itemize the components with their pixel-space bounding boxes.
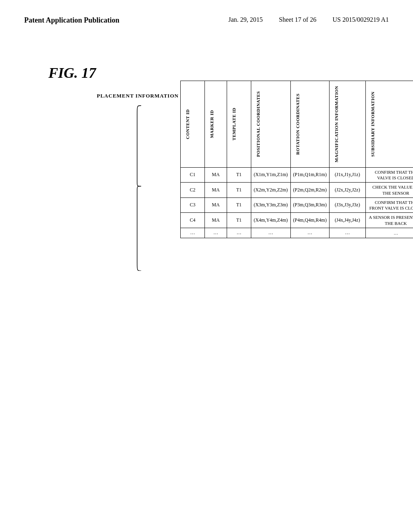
cell-rotation: (P2m,Q2m,R2m) xyxy=(290,183,329,198)
cell-subsidiary: CONFIRM THAT THE FRONT VALVE IS CLOSED xyxy=(365,197,413,213)
placement-info-table: CONTENT ID MARKER ID TEMPLATE ID POSITIO… xyxy=(180,81,413,238)
cell-subsidiary: CHECK THE VALUE OF THE SENSOR xyxy=(365,183,413,198)
cell-marker-id: MA xyxy=(204,213,227,228)
cell-magnification: (J4x,J4y,J4z) xyxy=(329,213,365,228)
table-row: C1MAT1(X1m,Y1m,Z1m)(P1m,Q1m,R1m)(J1x,J1y… xyxy=(180,167,413,183)
table-row: C4MAT1(X4m,Y4m,Z4m)(P4m,Q4m,R4m)(J4x,J4y… xyxy=(180,213,413,228)
cell-subsidiary: A SENSOR IS PRESENT ON THE BACK xyxy=(365,213,413,228)
cell-marker-id: … xyxy=(204,228,227,238)
cell-template-id: T1 xyxy=(227,183,251,198)
cell-rotation: (P1m,Q1m,R1m) xyxy=(290,167,329,183)
cell-template-id: T1 xyxy=(227,167,251,183)
cell-content-id: C3 xyxy=(180,197,204,213)
cell-positional: (X1m,Y1m,Z1m) xyxy=(251,167,290,183)
table-row: C3MAT1(X3m,Y3m,Z3m)(P3m,Q3m,R3m)(J3x,J3y… xyxy=(180,197,413,213)
cell-magnification: (J3x,J3y,J3z) xyxy=(329,197,365,213)
cell-positional: (X4m,Y4m,Z4m) xyxy=(251,213,290,228)
col-header-marker-id: MARKER ID xyxy=(204,81,227,168)
page-header: Patent Application Publication Jan. 29, … xyxy=(0,0,413,33)
cell-rotation: (P4m,Q4m,R4m) xyxy=(290,213,329,228)
cell-marker-id: MA xyxy=(204,183,227,198)
data-table-wrapper: CONTENT ID MARKER ID TEMPLATE ID POSITIO… xyxy=(180,81,413,238)
placement-brace xyxy=(135,102,143,271)
cell-positional: (X3m,Y3m,Z3m) xyxy=(251,197,290,213)
patent-number: US 2015/0029219 A1 xyxy=(332,16,389,23)
col-header-magnification: MAGNIFICATION INFORMATION xyxy=(329,81,365,168)
col-header-positional: POSITIONAL COORDINATES xyxy=(251,81,290,168)
cell-subsidiary: CONFIRM THAT THE VALVE IS CLOSED xyxy=(365,167,413,183)
cell-template-id: T1 xyxy=(227,197,251,213)
publication-date: Jan. 29, 2015 xyxy=(228,16,263,23)
cell-magnification: … xyxy=(329,228,365,238)
cell-content-id: C2 xyxy=(180,183,204,198)
col-header-content-id: CONTENT ID xyxy=(180,81,204,168)
publication-title: Patent Application Publication xyxy=(24,16,119,25)
cell-rotation: (P3m,Q3m,R3m) xyxy=(290,197,329,213)
col-header-rotation: ROTATION COORDINATES xyxy=(290,81,329,168)
cell-positional: … xyxy=(251,228,290,238)
cell-rotation: … xyxy=(290,228,329,238)
table-row: C2MAT1(X2m,Y2m,Z2m)(P2m,Q2m,R2m)(J2x,J2y… xyxy=(180,183,413,198)
cell-marker-id: MA xyxy=(204,197,227,213)
col-header-template-id: TEMPLATE ID xyxy=(227,81,251,168)
placement-info-section: PLACEMENT INFORMATION CONTENT ID xyxy=(97,81,389,271)
cell-template-id: T1 xyxy=(227,213,251,228)
table-row: ………………… xyxy=(180,228,413,238)
cell-subsidiary: … xyxy=(365,228,413,238)
cell-magnification: (J1x,J1y,J1z) xyxy=(329,167,365,183)
cell-content-id: C1 xyxy=(180,167,204,183)
col-header-subsidiary: SUBSIDIARY INFORMATION xyxy=(365,81,413,168)
cell-marker-id: MA xyxy=(204,167,227,183)
cell-magnification: (J2x,J2y,J2z) xyxy=(329,183,365,198)
cell-template-id: … xyxy=(227,228,251,238)
cell-content-id: C4 xyxy=(180,213,204,228)
sheet-info: Sheet 17 of 26 xyxy=(279,16,317,23)
placement-info-label: PLACEMENT INFORMATION xyxy=(97,93,179,99)
cell-content-id: … xyxy=(180,228,204,238)
cell-positional: (X2m,Y2m,Z2m) xyxy=(251,183,290,198)
header-meta: Jan. 29, 2015 Sheet 17 of 26 US 2015/002… xyxy=(228,16,389,23)
figure-label: FIG. 17 xyxy=(48,64,96,81)
